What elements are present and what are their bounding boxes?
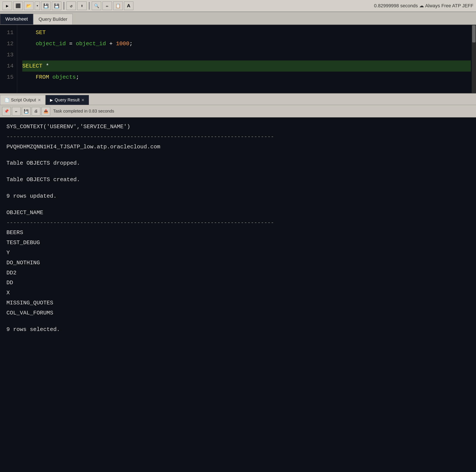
tab-query-builder[interactable]: Query Builder [33,14,73,24]
save-as-button[interactable]: 💾 [52,1,61,10]
line-num-13: 13 [3,49,14,60]
code-editor[interactable]: 11 12 13 14 15 SET object_id = object_id… [0,25,476,93]
output-row-2-1: BEERS [6,228,470,238]
output-empty-2 [6,168,470,175]
code-line-13 [22,49,471,60]
user-info: ☁ Always Free ATP JEFF [419,3,474,9]
output-header-2: OBJECT_NAME [6,208,470,218]
output-row-2-6: DD [6,278,470,288]
line-num-12: 12 [3,38,14,49]
result-edit-button[interactable]: ✏ [12,107,21,116]
output-row-2-8: MISSING_QUOTES [6,298,470,308]
result-toolbar: 📌 ✏ 💾 🖨 📤 Task completed in 0.83 seconds [0,105,476,118]
output-row-2-2: TEST_DEBUG [6,238,470,248]
output-empty-1 [6,152,470,158]
output-empty-4 [6,201,470,208]
toolbar-separator-1 [64,2,64,10]
line-num-11: 11 [3,27,14,38]
line-num-14: 14 [3,60,14,72]
main-toolbar: ▶ ⬛ 📂 ▾ 💾 💾 ↺ ⬆ 🔍 ✏ 📋 A 0.82999998 secon… [0,0,476,12]
output-row-2-9: COL_VAL_FORUMS [6,308,470,318]
auto-trace-button[interactable]: A [124,1,133,10]
code-content[interactable]: SET object_id = object_id + 1000; SELECT… [17,25,476,93]
result-export-button[interactable]: 📤 [42,107,50,116]
bottom-tab-bar: 📄 Script Output ✕ ▶ Query Result ✕ [0,93,476,105]
code-line-15: FROM objects; [22,72,471,83]
export-button[interactable]: ⬆ [77,1,87,10]
tab-script-output-label: Script Output [11,98,36,102]
save-button[interactable]: 💾 [41,1,51,10]
output-empty-5 [6,318,470,324]
output-sep-1: ----------------------------------------… [6,132,470,142]
output-row-2-5: DD2 [6,268,470,278]
editor-scrollbar-thumb [472,25,476,42]
tab-worksheet-label: Worksheet [5,16,28,22]
user-label: Always Free ATP JEFF [425,3,474,9]
line-numbers: 11 12 13 14 15 [0,25,17,93]
find-replace-button[interactable]: 🔍 [92,1,101,10]
result-save-button[interactable]: 💾 [22,107,31,116]
open-dropdown-button[interactable]: ▾ [35,1,40,10]
result-status: Task completed in 0.83 seconds [53,109,114,114]
format-button[interactable]: 📋 [113,1,123,10]
query-result-icon: ▶ [50,98,53,102]
open-button[interactable]: 📂 [24,1,34,10]
output-empty-3 [6,185,470,191]
bottom-panel: 📄 Script Output ✕ ▶ Query Result ✕ 📌 ✏ 💾… [0,93,476,472]
script-output-icon: 📄 [4,98,9,102]
output-row-2-4: DO_NOTHING [6,258,470,268]
tab-worksheet[interactable]: Worksheet [0,14,33,24]
script-output-close[interactable]: ✕ [38,98,41,102]
stop-button[interactable]: ⬛ [13,1,23,10]
pencil-button[interactable]: ✏ [102,1,112,10]
output-msg-3: 9 rows updated. [6,191,470,201]
output-row-1-1: PVQHDHMZQNN1HI4_TJSATP_low.atp.oracleclo… [6,142,470,152]
tab-query-result[interactable]: ▶ Query Result ✕ [45,95,89,105]
output-msg-2: Table OBJECTS created. [6,175,470,185]
result-print-button[interactable]: 🖨 [32,107,40,116]
tab-script-output[interactable]: 📄 Script Output ✕ [0,95,45,105]
toolbar-separator-2 [89,2,90,10]
line-num-15: 15 [3,72,14,83]
code-line-14: SELECT * [22,60,471,72]
cloud-icon: ☁ [419,3,424,9]
tab-query-builder-label: Query Builder [39,17,68,22]
run-button[interactable]: ▶ [2,1,12,10]
main-tab-bar: Worksheet Query Builder [0,12,476,25]
code-line-11: SET [22,27,471,38]
output-sep-2: ----------------------------------------… [6,218,470,228]
refresh-button[interactable]: ↺ [67,1,76,10]
pin-button[interactable]: 📌 [2,107,11,116]
output-msg-4: 9 rows selected. [6,324,470,335]
query-result-close[interactable]: ✕ [81,98,85,102]
output-area[interactable]: SYS_CONTEXT('USERENV','SERVICE_NAME') --… [0,118,476,472]
output-header-1: SYS_CONTEXT('USERENV','SERVICE_NAME') [6,122,470,132]
tab-query-result-label: Query Result [55,98,80,102]
execution-time: 0.82999998 seconds [374,3,418,9]
output-msg-1: Table OBJECTS dropped. [6,158,470,168]
output-row-2-3: Y [6,248,470,258]
code-line-12: object_id = object_id + 1000; [22,38,471,49]
editor-scrollbar[interactable] [472,25,476,93]
output-row-2-7: X [6,288,470,298]
